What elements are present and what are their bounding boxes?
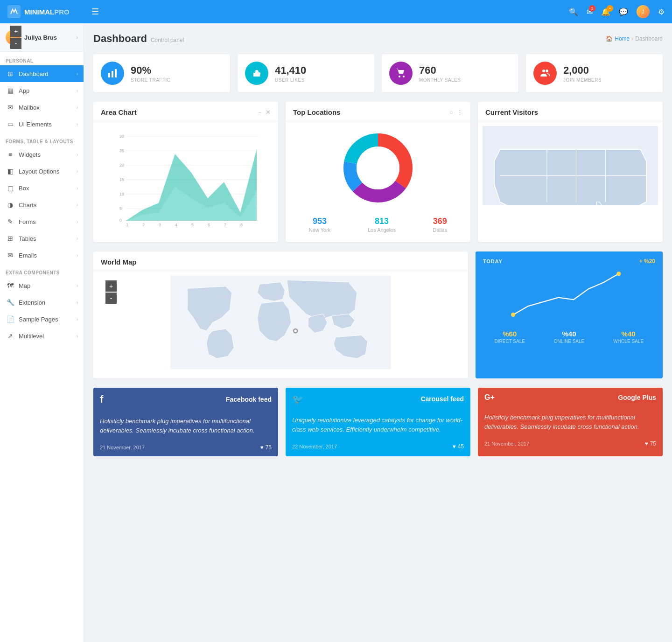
sidebar-item-label: Widgets <box>19 151 41 158</box>
sidebar-item-emails[interactable]: ✉ Emails › <box>0 247 84 264</box>
circle-icon[interactable]: ○ <box>449 109 453 116</box>
feed-body-facebook: Holisticly benchmark plug imperatives fo… <box>93 411 278 440</box>
svg-point-5 <box>542 70 545 72</box>
sidebar-item-box[interactable]: ▢ Box › <box>0 180 84 196</box>
brand-pro: PRO <box>54 8 70 16</box>
forms-icon: ✎ <box>6 218 15 225</box>
top-locations-card: Top Locations ○ ⋮ <box>286 102 470 242</box>
stat-icon-likes <box>245 62 268 85</box>
page-subtitle: Control panel <box>151 37 184 43</box>
stat-info-members: 2,000 JOIN MEMBERS <box>563 64 602 83</box>
feed-date-twitter: 22 November, 2017 <box>292 444 337 449</box>
box-icon: ▢ <box>6 184 15 192</box>
stat-icon-members <box>533 62 557 85</box>
svg-point-42 <box>511 313 515 317</box>
mailbox-icon: ✉ <box>6 104 15 111</box>
hamburger-icon[interactable]: ☰ <box>91 7 99 17</box>
feed-title-twitter: Carousel feed <box>420 395 464 403</box>
sidebar-item-dashboard[interactable]: ⊞ Dashboard › <box>0 65 84 82</box>
chat-icon[interactable]: 💬 <box>619 7 628 16</box>
feed-likes-count-twitter: 45 <box>458 443 464 450</box>
feed-date-facebook: 21 November, 2017 <box>100 445 145 450</box>
feed-footer-google: 21 November, 2017 ♥ 75 <box>478 437 663 453</box>
world-map-title: World Map <box>101 258 136 266</box>
svg-text:5: 5 <box>119 206 122 211</box>
sidebar-item-sample-pages[interactable]: 📄 Sample Pages › <box>0 311 84 328</box>
svg-text:15: 15 <box>119 177 124 182</box>
sidebar-section-extra: EXTRA COMPONENTS 🗺 Map › 🔧 Extension › 📄… <box>0 264 84 344</box>
bell-icon[interactable]: 🔔• <box>601 7 610 16</box>
sidebar-item-tables[interactable]: ⊞ Tables › <box>0 230 84 247</box>
search-icon[interactable]: 🔍 <box>569 7 578 16</box>
sidebar-item-layout[interactable]: ◧ Layout Options › <box>0 163 84 180</box>
sidebar-item-extension[interactable]: 🔧 Extension › <box>0 294 84 311</box>
feed-body-twitter: Uniquely revolutionize leveraged catalys… <box>286 410 470 440</box>
sidebar-item-label: Extension <box>19 299 45 306</box>
stat-card-sales: 760 MONTHLY SALES <box>382 54 518 92</box>
stat-card-traffic: 90% STORE TRAFFIC <box>93 54 230 92</box>
mail-icon[interactable]: ✉3 <box>587 7 593 16</box>
sidebar-item-mailbox[interactable]: ✉ Mailbox › <box>0 99 84 116</box>
stat-info-sales: 760 MONTHLY SALES <box>419 64 461 83</box>
sidebar-item-label: Charts <box>19 202 36 209</box>
sidebar-item-label: Emails <box>19 252 37 259</box>
sidebar-item-label: Layout Options <box>19 168 59 175</box>
world-zoom-out[interactable]: - <box>105 293 117 304</box>
world-map-svg <box>101 276 461 369</box>
svg-point-43 <box>616 272 621 276</box>
svg-text:2: 2 <box>142 223 145 227</box>
area-chart-svg: 30 25 20 15 10 5 0 <box>98 126 273 229</box>
current-visitors-header: Current Visitors <box>478 102 663 121</box>
current-visitors-title: Current Visitors <box>485 108 538 116</box>
svg-text:20: 20 <box>119 163 124 167</box>
sidebar-item-ui-elements[interactable]: ▭ UI Elements › <box>0 116 84 133</box>
world-zoom-in[interactable]: + <box>105 280 117 292</box>
today-chart-svg <box>478 267 660 323</box>
world-map-card: World Map + - <box>93 251 468 378</box>
area-chart-card: Area Chart − ✕ 30 25 20 15 10 5 <box>93 102 278 242</box>
sidebar-item-widgets[interactable]: ≡ Widgets › <box>0 146 84 163</box>
feed-likes-count-facebook: 75 <box>266 444 272 451</box>
donut-container: 953 New York 813 Los Angeles 369 Dallas <box>286 121 470 242</box>
area-chart-header: Area Chart − ✕ <box>93 102 278 121</box>
dashboard-icon: ⊞ <box>6 70 15 77</box>
world-map-body: + - <box>93 271 468 378</box>
svg-text:25: 25 <box>119 148 124 153</box>
more-icon[interactable]: ⋮ <box>457 109 463 116</box>
feed-likes-google: ♥ 75 <box>645 440 656 447</box>
avatar[interactable]: J <box>637 5 650 18</box>
minimize-icon[interactable]: − <box>258 109 262 116</box>
stat-info-traffic: 90% STORE TRAFFIC <box>131 64 171 83</box>
donut-stat-dallas: 369 Dallas <box>433 216 448 233</box>
topnav-actions: 🔍 ✉3 🔔• 💬 J ⚙ <box>569 5 665 18</box>
top-locations-actions[interactable]: ○ ⋮ <box>449 109 463 116</box>
sidebar-section-label-forms: FORMS, TABLE & LAYOUTS <box>0 133 84 146</box>
sidebar-item-charts[interactable]: ◑ Charts › <box>0 196 84 213</box>
today-stat-whole: %40 WHOLE SALE <box>613 330 644 344</box>
location-label-newyork: New York <box>309 227 330 233</box>
breadcrumb-home[interactable]: Home <box>615 35 630 42</box>
sidebar-item-app[interactable]: ▦ App › <box>0 82 84 99</box>
stat-cards: 90% STORE TRAFFIC 41,410 USER LIKES <box>93 54 663 92</box>
donut-stat-newyork: 953 New York <box>309 216 330 233</box>
brand-minimal: MINIMAL <box>24 8 54 16</box>
close-icon[interactable]: ✕ <box>266 109 271 116</box>
sidebar-item-label: Multilevel <box>19 333 44 340</box>
svg-rect-0 <box>108 73 110 77</box>
sidebar-item-forms[interactable]: ✎ Forms › <box>0 213 84 230</box>
settings-icon[interactable]: ⚙ <box>658 7 665 16</box>
sidebar-item-multilevel[interactable]: ↗ Multilevel › <box>0 328 84 344</box>
today-direct-label: DIRECT SALE <box>495 339 525 344</box>
sidebar-section-forms: FORMS, TABLE & LAYOUTS ≡ Widgets › ◧ Lay… <box>0 133 84 264</box>
donut-stat-la: 813 Los Angeles <box>368 216 396 233</box>
feed-text-facebook: Holisticly benchmark plug imperatives fo… <box>100 417 272 435</box>
sidebar-item-map[interactable]: 🗺 Map › <box>0 277 84 294</box>
area-chart-title: Area Chart <box>101 108 137 116</box>
layout-icon: ◧ <box>6 167 15 175</box>
area-chart-actions[interactable]: − ✕ <box>258 109 271 116</box>
app-icon: ▦ <box>6 87 15 94</box>
stat-icon-sales <box>389 62 413 85</box>
feed-header-facebook: f Facebook feed <box>93 388 278 411</box>
sidebar-item-label: UI Elements <box>19 121 52 128</box>
donut-stats: 953 New York 813 Los Angeles 369 Dallas <box>286 210 470 237</box>
